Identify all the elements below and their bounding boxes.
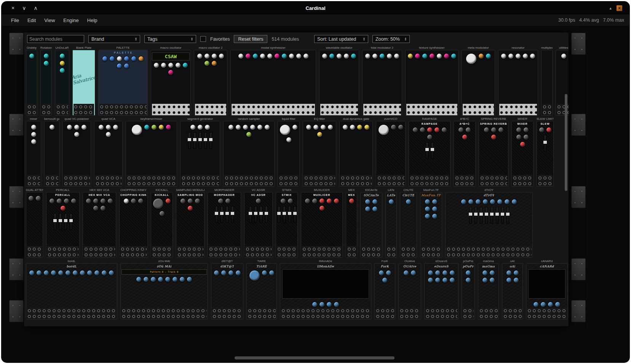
module-card[interactable]: Rotatoes [40, 46, 52, 116]
knob-icon [80, 270, 85, 275]
horizontal-scrollbar[interactable] [235, 356, 395, 359]
knob-icon [462, 135, 467, 140]
module-faceplate: CSAW [151, 50, 191, 116]
knob-cluster [49, 122, 55, 130]
knob-icon [180, 277, 185, 282]
module-card[interactable]: meta modulator [462, 46, 495, 116]
module-card[interactable]: modal synthesizer [230, 46, 316, 116]
module-card[interactable]: macro oscillatorCSAW [151, 46, 191, 116]
module-card[interactable]: wavetable oscillator [319, 46, 359, 116]
knob-icon [181, 199, 185, 203]
x11-icon[interactable]: × [616, 5, 623, 11]
knob-icon [319, 302, 324, 307]
module-card[interactable]: MEXMEX [346, 188, 357, 258]
module-card[interactable]: TiARETiARE [246, 259, 277, 319]
module-card[interactable]: bordLbordL [26, 259, 117, 319]
zoom-dropdown[interactable]: Zoom: 50% ▲▼ [372, 35, 410, 43]
module-card[interactable]: KICKALLKICKALL [151, 188, 173, 258]
faceplate-title: MIXER [517, 122, 527, 125]
jack-strip [64, 175, 90, 186]
module-card[interactable]: macro oscillator 2 [194, 46, 227, 116]
knob-icon [94, 270, 99, 275]
module-card[interactable]: EQ filter [303, 117, 336, 187]
close-icon[interactable]: × [11, 5, 14, 11]
module-card[interactable]: VC ADSRVC ADSR [244, 188, 273, 258]
module-card[interactable]: dIKT@TdIKT@T [211, 259, 243, 319]
module-card[interactable]: dual dynamics gate [339, 117, 373, 187]
module-card[interactable]: oAïoAï [502, 259, 523, 319]
module-card[interactable]: multiples [541, 46, 553, 116]
module-card[interactable]: OUAIveOUAIve [398, 259, 421, 319]
knob-icon [482, 278, 487, 283]
knob-cluster [213, 268, 241, 276]
module-card[interactable]: A*B+CA*B+C [454, 117, 476, 187]
module-card[interactable]: MUXLICERMUXLICER [301, 188, 343, 258]
vertical-scrollbar[interactable] [565, 94, 567, 191]
module-faceplate [180, 121, 220, 187]
module-card[interactable]: lIMonADelIMonADe [280, 259, 371, 319]
module-card[interactable]: PALETTEP A L E T T E [98, 46, 148, 116]
module-card[interactable]: liquid filter [278, 117, 300, 187]
knob-cluster [190, 122, 211, 130]
jack-strip [152, 104, 190, 115]
reset-filters-button[interactable]: Reset filters [234, 35, 267, 43]
module-card[interactable]: CHOPPING KINKYCHOPPING KINKY [119, 188, 148, 258]
module-card[interactable]: resonator [498, 46, 538, 116]
shade-icon[interactable]: ∨ [22, 5, 26, 11]
menu-item-edit[interactable]: Edit [23, 16, 40, 25]
module-card[interactable]: segment generator [180, 117, 220, 187]
module-card[interactable]: PERCALLPERCALL [46, 188, 80, 258]
tags-dropdown[interactable]: Tags ▲▼ [144, 35, 196, 43]
module-card[interactable]: SPRING REVERBSPRING REVERB [479, 117, 508, 187]
module-card[interactable]: eDsaroSeDsaroS [424, 259, 458, 319]
pin-icon[interactable]: ▴ [609, 6, 612, 11]
module-card[interactable]: HEX MIX VCAHEX MIX VCA [83, 188, 116, 258]
module-card[interactable]: MORPHADERMORPHADER [208, 188, 241, 258]
module-card[interactable]: SLEW LIMITERSLEW [537, 117, 554, 187]
module-card[interactable]: Grabby [26, 46, 37, 116]
module-card[interactable]: STMIXSTMIX [276, 188, 298, 258]
knob-icon [312, 199, 317, 203]
menu-item-engine[interactable]: Engine [59, 16, 83, 25]
module-card[interactable]: evenVCO [376, 117, 406, 187]
knob-icon [109, 270, 114, 275]
module-card[interactable]: ChUTEChUTE [400, 188, 417, 258]
jack-strip [320, 104, 358, 115]
module-card[interactable]: bernoulli gate [44, 117, 59, 187]
module-card[interactable]: random sampler [223, 117, 275, 187]
module-card[interactable]: UnDuLaR [55, 46, 69, 116]
module-card[interactable]: MaxFun.TFMaxFun.TF [420, 188, 442, 258]
sort-dropdown[interactable]: Sort: Last updated ▲▼ [314, 35, 368, 43]
menu-item-view[interactable]: View [40, 16, 59, 25]
brand-dropdown[interactable]: Brand ▲▼ [88, 35, 140, 43]
module-card[interactable]: dTrOYdTrOY [445, 188, 533, 258]
module-card[interactable]: zOù MAïzOù MAïPattern 0 : Track 0 [120, 259, 208, 319]
module-card[interactable]: cANARdcANARd [526, 259, 568, 319]
module-card[interactable]: tOCAnTetOCAnTe [360, 188, 382, 258]
module-card[interactable]: DUAL ATTENUVERTER [26, 188, 43, 258]
module-card[interactable]: maGmamaGma [478, 259, 499, 319]
unshade-icon[interactable]: ∧ [34, 5, 37, 11]
search-input[interactable] [27, 35, 84, 43]
knob-cluster [479, 268, 498, 283]
favorites-checkbox[interactable] [200, 36, 206, 42]
module-card[interactable]: pOuPrepOuPre [462, 259, 475, 319]
module-card[interactable]: quad VCA [94, 117, 123, 187]
module-card[interactable]: tidal modulator 2 [362, 46, 402, 116]
module-card[interactable]: Blank PlateAria Salvatrice [72, 46, 95, 116]
module-card[interactable]: texture synthesizer [405, 46, 458, 116]
knob-icon [466, 127, 471, 132]
knob-icon [106, 125, 111, 130]
module-card[interactable]: MIXERMIXER [511, 117, 534, 187]
module-card[interactable]: RAMPAGERAMPAGE [409, 117, 450, 187]
knob-icon [435, 127, 439, 132]
menu-item-file[interactable]: File [7, 16, 23, 25]
module-card[interactable]: SAMPLING MODULATORSAMPLING MOD [176, 188, 204, 258]
knob-icon [197, 54, 202, 59]
menu-item-help[interactable]: Help [83, 16, 102, 25]
module-card[interactable]: ForKForK [374, 259, 395, 319]
module-card[interactable]: LATeLATe [385, 188, 397, 258]
module-card[interactable]: keyframer/mixer [126, 117, 177, 187]
module-card[interactable]: mixer [26, 117, 41, 187]
module-card[interactable]: quad VC-polarizer [62, 117, 91, 187]
